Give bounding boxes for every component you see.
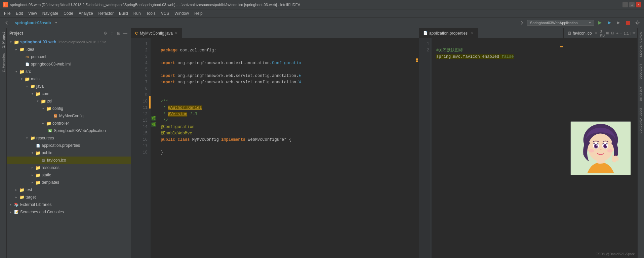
tree-label-java: java: [36, 84, 44, 89]
tree-item-src[interactable]: ▾ 📁 src: [7, 68, 131, 75]
code-content[interactable]: package com.zql.config; import org.sprin…: [157, 38, 415, 258]
grid-button[interactable]: ⊞: [605, 30, 610, 36]
tree-item-resources2[interactable]: ▸ 📁 resources: [7, 164, 131, 171]
tree-item-main[interactable]: ▾ 📁 main: [7, 75, 131, 83]
pencil-button[interactable]: ✏: [632, 30, 636, 36]
menu-help[interactable]: Help: [192, 10, 205, 16]
settings-button[interactable]: [633, 19, 641, 27]
tree-item-test[interactable]: ▸ 📁 test: [7, 186, 131, 194]
tree-item-springapp[interactable]: S Springboot03WebApplication: [7, 127, 131, 134]
maven-projects-tab[interactable]: Maven Projects: [638, 28, 644, 60]
menu-window[interactable]: Window: [172, 10, 192, 16]
coverage-button[interactable]: ▶: [614, 19, 622, 27]
tree-item-zql[interactable]: ▾ 📁 zql: [7, 97, 131, 105]
menu-file[interactable]: File: [1, 10, 13, 16]
sidebar-sort-button[interactable]: ↕: [109, 31, 115, 36]
tree-item-config[interactable]: ▾ 📁 config: [7, 105, 131, 112]
tree-item-resources[interactable]: ▾ 📁 resources: [7, 134, 131, 142]
tree-label-mymvcconfig: MyMvcConfig: [59, 114, 84, 118]
tree-item-controller[interactable]: ▸ 📁 controller: [7, 120, 131, 127]
favicon-toolbar: 3 KB ⊞ ⊡ + - 1:1 | ✏: [600, 29, 636, 37]
database-tab[interactable]: Database: [638, 60, 644, 83]
folder-icon: 📁: [19, 69, 25, 74]
tree-item-extlib[interactable]: ▸ 📚 External Libraries: [7, 201, 131, 208]
tree-item-scratches[interactable]: ▸ 📝 Scratches and Consoles: [7, 208, 131, 216]
tree-label-extlib: External Libraries: [20, 202, 51, 207]
tree-item-com[interactable]: ▾ 📁 com: [7, 90, 131, 97]
menu-analyze[interactable]: Analyze: [76, 10, 96, 16]
zoom-out-button[interactable]: -: [620, 31, 622, 36]
tree-label-main: main: [31, 77, 40, 81]
tree-label-pom: pom.xml: [31, 54, 46, 59]
tab-appprops-label: application.properties: [429, 31, 468, 36]
minimize-button[interactable]: —: [622, 2, 628, 7]
sidebar-settings-button[interactable]: ⚙: [103, 31, 108, 36]
tree-item-favicon[interactable]: 🖼 favicon.ico: [7, 157, 131, 164]
menu-refactor[interactable]: Refactor: [96, 10, 116, 16]
app-icon: I: [3, 2, 8, 7]
project-dropdown-icon[interactable]: [55, 22, 57, 24]
run-config-selector[interactable]: Springboot03WebApplication: [527, 20, 594, 26]
menu-run[interactable]: Run: [131, 10, 144, 16]
expand-icon: ▾: [13, 70, 19, 73]
actual-size-button[interactable]: 1:1: [623, 31, 630, 36]
xml-icon: m: [24, 55, 30, 59]
sidebar-expand-button[interactable]: ⊞: [116, 31, 121, 36]
forward-nav-button[interactable]: [518, 19, 526, 27]
tree-item-static[interactable]: ▸ 📁 static: [7, 171, 131, 179]
fit-button[interactable]: ⊡: [610, 30, 615, 36]
tree-label-public: public: [42, 150, 52, 155]
favorites-tab[interactable]: 2: Favorites: [0, 50, 6, 75]
annotation-gutter: 🌿 🌿: [151, 38, 157, 258]
tab-appprops[interactable]: 📄 application.properties ✕: [419, 28, 478, 38]
tree-item-mymvcconfig[interactable]: C MyMvcConfig: [7, 112, 131, 120]
menu-build[interactable]: Build: [116, 10, 131, 16]
tab-favicon-close[interactable]: ✕: [595, 31, 597, 35]
fold-indicator-9[interactable]: -: [133, 91, 134, 94]
stop-button[interactable]: [624, 19, 632, 27]
menu-navigate[interactable]: Navigate: [40, 10, 61, 16]
zoom-in-button[interactable]: +: [615, 31, 619, 36]
tree-item-iml[interactable]: 📄 springboot-03-web.iml: [7, 60, 131, 68]
maximize-button[interactable]: □: [629, 2, 635, 7]
tab-mymvcconfig[interactable]: C MyMvcConfig.java ✕: [131, 28, 182, 38]
tab-mymvcconfig-label: MyMvcConfig.java: [140, 31, 173, 36]
favicon-tab-icon: 🖼: [568, 31, 571, 35]
props-right-gutter: [560, 38, 563, 258]
svg-point-18: [605, 144, 607, 146]
toolbar: springboot-03-web Springboot03WebApplica…: [0, 17, 644, 28]
bean-validation-tab[interactable]: Bean Validation: [638, 104, 644, 137]
window-controls[interactable]: — □ ✕: [622, 2, 641, 7]
tree-item-templates[interactable]: ▸ 📁 templates: [7, 179, 131, 186]
tree-label-controller: controller: [52, 121, 69, 126]
close-button[interactable]: ✕: [636, 2, 641, 7]
svg-rect-4: [626, 21, 630, 25]
menu-vcs[interactable]: VCS: [158, 10, 172, 16]
ant-build-tab[interactable]: Ant Build: [638, 83, 644, 104]
run-config-name: Springboot03WebApplication: [530, 21, 578, 25]
debug-button[interactable]: [605, 19, 613, 27]
menu-edit[interactable]: Edit: [13, 10, 26, 16]
watermark: CSDN @Daniel521-Spark: [596, 252, 635, 256]
tree-item-root[interactable]: ▾ 📁 springboot-03-web D:\develop\idealU-…: [7, 38, 131, 46]
back-button[interactable]: [3, 19, 11, 27]
tree-item-pom[interactable]: m pom.xml: [7, 53, 131, 60]
props-code[interactable]: #关闭默认图标 spring.mvc.favicon.enabled=false: [432, 38, 560, 258]
tab-appprops-close[interactable]: ✕: [471, 31, 474, 35]
project-tab[interactable]: 1: Project: [0, 30, 6, 50]
tree-label-target: target: [26, 195, 36, 200]
run-button[interactable]: [596, 19, 604, 27]
tree-item-target[interactable]: ▸ 📁 target: [7, 194, 131, 201]
tab-favicon[interactable]: 🖼 favicon.ico ✕: [565, 28, 600, 38]
menu-code[interactable]: Code: [61, 10, 76, 16]
menu-view[interactable]: View: [26, 10, 40, 16]
menu-tools[interactable]: Tools: [144, 10, 158, 16]
tree-item-appprops[interactable]: 📄 application.properties: [7, 142, 131, 149]
tree-item-public[interactable]: ▾ 📁 public: [7, 149, 131, 157]
tree-item-java[interactable]: ▾ 📁 java: [7, 83, 131, 90]
tab-favicon-label: favicon.ico: [573, 31, 592, 36]
tree-item-idea[interactable]: ▸ 📁 .idea: [7, 46, 131, 53]
sidebar-minimize-button[interactable]: —: [123, 31, 128, 36]
tab-close-mymvcconfig[interactable]: ✕: [175, 31, 177, 35]
sidebar-controls: ⚙ ↕ ⊞ —: [103, 31, 128, 36]
